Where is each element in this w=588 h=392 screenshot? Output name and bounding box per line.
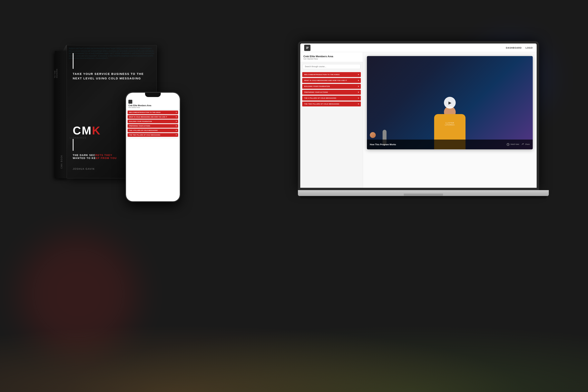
phone-menu-item-2[interactable]: WHAT IS COLD MESSAGING AND HOW YOU USE I… (128, 115, 178, 119)
phone-menu-arrow-6: ▾ (176, 134, 177, 136)
lms-menu-btn-5[interactable]: THE 4 PILLARS OF COLD MESSAGING ▾ (302, 96, 361, 100)
lms-search-input[interactable] (302, 64, 360, 69)
lms-navbar: DASHBOARD LOGO (300, 44, 537, 52)
lms-video-thumbnail: LLISTERLIFORNIA ▶ How Thi (367, 56, 533, 149)
lms-sidebar-header: Cmk Elite Members Area Get Started Now (300, 52, 363, 62)
svg-rect-2 (306, 48, 308, 49)
lms-menu-chevron-5: ▾ (358, 97, 359, 99)
video-title: How This Program Works (370, 143, 505, 146)
lms-sidebar-subtitle: Get Started Now (304, 58, 360, 60)
laptop-hinge (404, 194, 443, 196)
laptop-shadow (300, 196, 547, 200)
book-side-text1: TO THE (54, 68, 56, 78)
phone-menu: WELCOME/INTRODUCTION TO THE KINGS ▾ WHAT… (126, 109, 180, 139)
phone-menu-arrow-2: ▾ (176, 116, 177, 118)
lms-menu-label-1: WELCOME/INTRODUCTION TO THE KINGS (304, 74, 340, 76)
video-avatar (370, 132, 376, 138)
lms-menu-chevron-6: ▾ (358, 103, 359, 105)
phone-menu-arrow-3: ▾ (176, 120, 177, 122)
lms-menu-label-3: BUILDING YOUR FOUNDATION (304, 86, 330, 87)
lms-menu-label-6: THE TWO PILLARS OF COLD MESSAGING (304, 103, 339, 105)
book-title: CMK (73, 124, 101, 137)
share-label: Share (525, 143, 530, 145)
lms-nav-links: DASHBOARD LOGO (506, 47, 533, 49)
phone-menu-arrow-5: ▾ (176, 130, 177, 131)
lms-menu-section: WELCOME/INTRODUCTION TO THE KINGS ▾ WHAT… (300, 71, 363, 108)
laptop-screen: DASHBOARD LOGO Cmk Elite Members Area Ge… (300, 44, 537, 188)
phone-container: Cmk Elite Members Area Get Started Now W… (126, 92, 180, 202)
book-subtitle-highlight2: EP FROM YOU (96, 156, 116, 160)
lms-menu-btn-2[interactable]: WHAT IS COLD MESSAGING AND HOW YOU USE I… (302, 78, 361, 83)
laptop-base (298, 190, 549, 196)
lms-menu-label-5: THE 4 PILLARS OF COLD MESSAGING (304, 97, 336, 99)
phone-header: Cmk Elite Members Area Get Started Now (126, 98, 180, 109)
watch-later-label: Watch later (510, 143, 519, 145)
book-tagline: TAKE YOUR SERVICE BUSINESS TO THE NEXT L… (73, 72, 151, 80)
phone-menu-arrow-1: ▾ (176, 112, 177, 113)
lms-menu-chevron-2: ▾ (358, 80, 359, 82)
video-watch-later-button[interactable]: Watch later (507, 143, 520, 146)
lms-menu-chevron-1: ▾ (358, 74, 359, 76)
lms-nav-logo[interactable]: LOGO (526, 47, 533, 49)
video-share-button[interactable]: Share (521, 143, 530, 146)
video-overlay-bar: How This Program Works Watch later (367, 140, 533, 149)
lms-logo-icon (304, 45, 310, 51)
laptop-container: DASHBOARD LOGO Cmk Elite Members Area Ge… (298, 41, 549, 214)
phone-menu-label-2: WHAT IS COLD MESSAGING AND HOW YOU USE I… (129, 116, 167, 118)
phone-menu-label-1: WELCOME/INTRODUCTION TO THE KINGS (129, 112, 160, 113)
lms-menu-label-2: WHAT IS COLD MESSAGING AND HOW YOU USE I… (304, 80, 347, 81)
person-body-text: LLISTERLIFORNIA (445, 122, 455, 126)
phone-site-subtitle: Get Started Now (128, 106, 178, 108)
laptop-camera (418, 42, 419, 44)
book-left-side-text: TO THE SSAGING (54, 68, 58, 78)
lms-sidebar: Cmk Elite Members Area Get Started Now W… (300, 52, 363, 188)
book-spine-text: CMK BOOK (60, 155, 63, 168)
phone-logo-icon (128, 100, 132, 104)
lms-menu-chevron-3: ▾ (358, 85, 359, 88)
lms-menu-btn-4[interactable]: PREPARING YOUR ACTIONS ▾ (302, 90, 361, 95)
phone-menu-arrow-4: ▾ (176, 125, 177, 127)
phone-screen: Cmk Elite Members Area Get Started Now W… (126, 93, 180, 201)
phone-menu-item-3[interactable]: BUILDING YOUR FOUNDATION ▾ (128, 120, 178, 123)
phone-menu-item-6[interactable]: THE TWO PILLARS OF COLD MESSAGING ▾ (128, 133, 178, 137)
lms-menu-label-4: PREPARING YOUR ACTIONS (304, 91, 328, 93)
phone-menu-item-5[interactable]: THE 4 PILLARS OF COLD MESSAGING ▾ (128, 128, 178, 132)
svg-rect-1 (306, 48, 308, 48)
phone-menu-label-4: PREPARING YOUR ACTIONS (129, 125, 150, 126)
phone-menu-label-3: BUILDING YOUR FOUNDATION (129, 121, 152, 122)
book-subtitle-highlight: RETS THEY (96, 154, 112, 156)
phone-frame: Cmk Elite Members Area Get Started Now W… (126, 92, 180, 202)
lms-nav-dashboard[interactable]: DASHBOARD (506, 47, 522, 49)
lms-menu-btn-3[interactable]: BUILDING YOUR FOUNDATION ▾ (302, 84, 361, 89)
lms-menu-btn-6[interactable]: THE TWO PILLARS OF COLD MESSAGING ▾ (302, 102, 361, 106)
phone-menu-item-4[interactable]: PREPARING YOUR ACTIONS ▾ (128, 124, 178, 128)
book-lionaires: LIONAIRES (70, 136, 87, 139)
scene: CMK BOOK TO THE SSAGING if(d){d=b.attr("… (39, 30, 549, 362)
lms-main: LLISTERLIFORNIA ▶ How Thi (363, 52, 537, 188)
book-title-highlight: K (92, 124, 101, 137)
phone-menu-item-1[interactable]: WELCOME/INTRODUCTION TO THE KINGS ▾ (128, 110, 178, 114)
laptop-screen-outer: DASHBOARD LOGO Cmk Elite Members Area Ge… (298, 41, 539, 190)
lms-video-player[interactable]: LLISTERLIFORNIA ▶ How Thi (367, 56, 533, 149)
book-author: JOSHUA GAVIN (73, 168, 95, 170)
lms-sidebar-title: Cmk Elite Members Area (304, 55, 360, 58)
phone-menu-label-6: THE TWO PILLARS OF COLD MESSAGING (129, 134, 160, 136)
book-bar-middle (73, 139, 74, 151)
lms-menu-chevron-4: ▾ (358, 91, 359, 93)
svg-rect-0 (306, 47, 308, 47)
phone-site-title: Cmk Elite Members Area (128, 104, 178, 106)
phone-notch (145, 93, 161, 97)
lms-body: Cmk Elite Members Area Get Started Now W… (300, 52, 537, 188)
lms-menu-btn-1[interactable]: WELCOME/INTRODUCTION TO THE KINGS ▾ (302, 72, 361, 77)
book-side-text2: SSAGING (56, 68, 58, 78)
video-play-button[interactable]: ▶ (444, 97, 456, 108)
book-bar-top (73, 53, 74, 69)
phone-menu-label-5: THE 4 PILLARS OF COLD MESSAGING (129, 130, 158, 131)
